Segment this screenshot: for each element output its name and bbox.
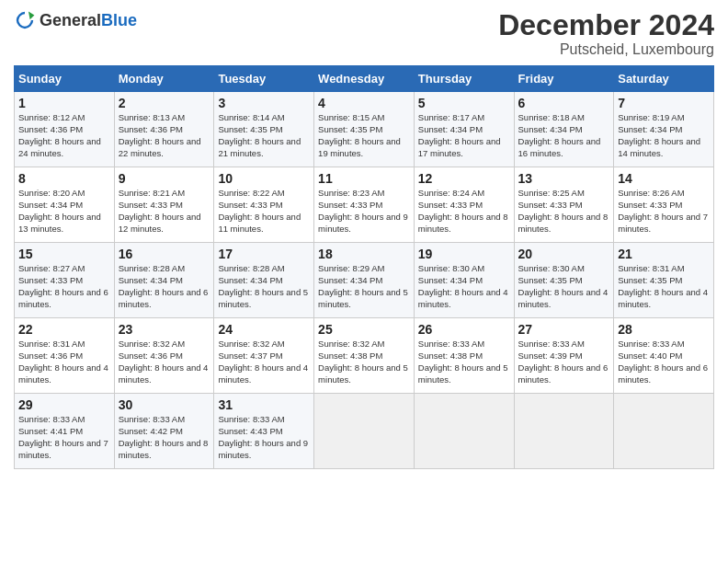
logo: GeneralBlue	[14, 9, 137, 31]
day-info: Sunrise: 8:23 AMSunset: 4:33 PMDaylight:…	[318, 188, 408, 233]
day-number: 4	[318, 96, 410, 110]
day-number: 18	[318, 247, 410, 261]
day-number: 24	[218, 322, 310, 337]
day-number: 3	[218, 96, 310, 110]
calendar-table: Sunday Monday Tuesday Wednesday Thursday…	[14, 65, 714, 469]
day-number: 17	[218, 247, 310, 261]
day-number: 10	[218, 171, 310, 186]
col-thursday: Thursday	[414, 66, 514, 92]
col-wednesday: Wednesday	[314, 66, 415, 92]
day-number: 28	[618, 322, 710, 337]
calendar-day: 27Sunrise: 8:33 AMSunset: 4:39 PMDayligh…	[514, 318, 614, 394]
calendar-day: 6Sunrise: 8:18 AMSunset: 4:34 PMDaylight…	[514, 92, 614, 167]
day-number: 9	[119, 171, 210, 186]
logo-blue: Blue	[101, 11, 137, 29]
location-title: Putscheid, Luxembourg	[498, 41, 714, 58]
calendar-day	[514, 394, 614, 469]
day-info: Sunrise: 8:32 AMSunset: 4:36 PMDaylight:…	[119, 339, 209, 384]
calendar-day: 22Sunrise: 8:31 AMSunset: 4:36 PMDayligh…	[15, 318, 115, 394]
day-number: 21	[618, 247, 710, 261]
calendar-week-3: 22Sunrise: 8:31 AMSunset: 4:36 PMDayligh…	[15, 318, 714, 394]
calendar-day: 19Sunrise: 8:30 AMSunset: 4:34 PMDayligh…	[414, 243, 514, 318]
day-info: Sunrise: 8:30 AMSunset: 4:34 PMDaylight:…	[418, 263, 508, 308]
day-info: Sunrise: 8:32 AMSunset: 4:38 PMDaylight:…	[318, 339, 408, 384]
calendar-week-1: 8Sunrise: 8:20 AMSunset: 4:34 PMDaylight…	[15, 167, 714, 243]
calendar-day	[314, 394, 415, 469]
calendar-day: 2Sunrise: 8:13 AMSunset: 4:36 PMDaylight…	[114, 92, 214, 167]
calendar-day: 10Sunrise: 8:22 AMSunset: 4:33 PMDayligh…	[214, 167, 314, 243]
day-info: Sunrise: 8:24 AMSunset: 4:33 PMDaylight:…	[418, 188, 508, 233]
calendar-day: 26Sunrise: 8:33 AMSunset: 4:38 PMDayligh…	[414, 318, 514, 394]
month-title: December 2024	[498, 9, 714, 41]
calendar-day: 20Sunrise: 8:30 AMSunset: 4:35 PMDayligh…	[514, 243, 614, 318]
calendar-day: 16Sunrise: 8:28 AMSunset: 4:34 PMDayligh…	[114, 243, 214, 318]
day-number: 19	[418, 247, 510, 261]
day-number: 8	[18, 171, 110, 186]
day-number: 31	[218, 397, 310, 412]
day-info: Sunrise: 8:12 AMSunset: 4:36 PMDaylight:…	[18, 112, 101, 157]
calendar-day: 11Sunrise: 8:23 AMSunset: 4:33 PMDayligh…	[314, 167, 415, 243]
day-number: 5	[418, 96, 510, 110]
day-number: 14	[618, 171, 710, 186]
header-row: Sunday Monday Tuesday Wednesday Thursday…	[15, 66, 714, 92]
day-info: Sunrise: 8:21 AMSunset: 4:33 PMDaylight:…	[119, 188, 201, 233]
calendar-day: 25Sunrise: 8:32 AMSunset: 4:38 PMDayligh…	[314, 318, 415, 394]
day-info: Sunrise: 8:31 AMSunset: 4:36 PMDaylight:…	[18, 339, 108, 384]
day-number: 2	[119, 96, 210, 110]
day-number: 26	[418, 322, 510, 337]
day-info: Sunrise: 8:32 AMSunset: 4:37 PMDaylight:…	[218, 339, 308, 384]
logo-text: GeneralBlue	[40, 12, 137, 29]
calendar-week-4: 29Sunrise: 8:33 AMSunset: 4:41 PMDayligh…	[15, 394, 714, 469]
day-info: Sunrise: 8:29 AMSunset: 4:34 PMDaylight:…	[318, 263, 408, 308]
logo-icon	[14, 9, 36, 31]
day-info: Sunrise: 8:25 AMSunset: 4:33 PMDaylight:…	[518, 188, 609, 233]
day-number: 7	[618, 96, 710, 110]
day-info: Sunrise: 8:17 AMSunset: 4:34 PMDaylight:…	[418, 112, 501, 157]
col-sunday: Sunday	[15, 66, 115, 92]
calendar-day: 21Sunrise: 8:31 AMSunset: 4:35 PMDayligh…	[614, 243, 714, 318]
day-info: Sunrise: 8:31 AMSunset: 4:35 PMDaylight:…	[618, 263, 708, 308]
calendar-day: 14Sunrise: 8:26 AMSunset: 4:33 PMDayligh…	[614, 167, 714, 243]
title-block: December 2024 Putscheid, Luxembourg	[498, 9, 714, 58]
col-saturday: Saturday	[614, 66, 714, 92]
day-number: 30	[119, 397, 210, 412]
day-info: Sunrise: 8:33 AMSunset: 4:38 PMDaylight:…	[418, 339, 508, 384]
header: GeneralBlue December 2024 Putscheid, Lux…	[14, 9, 714, 58]
calendar-day: 23Sunrise: 8:32 AMSunset: 4:36 PMDayligh…	[114, 318, 214, 394]
calendar-day: 1Sunrise: 8:12 AMSunset: 4:36 PMDaylight…	[15, 92, 115, 167]
day-number: 20	[518, 247, 610, 261]
day-info: Sunrise: 8:33 AMSunset: 4:43 PMDaylight:…	[218, 414, 308, 459]
day-number: 23	[119, 322, 210, 337]
day-info: Sunrise: 8:33 AMSunset: 4:39 PMDaylight:…	[518, 339, 609, 384]
logo-general: General	[40, 11, 101, 29]
day-info: Sunrise: 8:13 AMSunset: 4:36 PMDaylight:…	[119, 112, 201, 157]
calendar-day: 28Sunrise: 8:33 AMSunset: 4:40 PMDayligh…	[614, 318, 714, 394]
calendar-day: 8Sunrise: 8:20 AMSunset: 4:34 PMDaylight…	[15, 167, 115, 243]
calendar-day: 29Sunrise: 8:33 AMSunset: 4:41 PMDayligh…	[15, 394, 115, 469]
page-container: GeneralBlue December 2024 Putscheid, Lux…	[0, 0, 728, 478]
calendar-day: 15Sunrise: 8:27 AMSunset: 4:33 PMDayligh…	[15, 243, 115, 318]
day-info: Sunrise: 8:20 AMSunset: 4:34 PMDaylight:…	[18, 188, 101, 233]
col-friday: Friday	[514, 66, 614, 92]
day-info: Sunrise: 8:26 AMSunset: 4:33 PMDaylight:…	[618, 188, 708, 233]
calendar-day	[614, 394, 714, 469]
day-number: 16	[119, 247, 210, 261]
calendar-week-2: 15Sunrise: 8:27 AMSunset: 4:33 PMDayligh…	[15, 243, 714, 318]
day-number: 15	[18, 247, 110, 261]
col-tuesday: Tuesday	[214, 66, 314, 92]
day-number: 6	[518, 96, 610, 110]
day-info: Sunrise: 8:33 AMSunset: 4:42 PMDaylight:…	[119, 414, 209, 459]
day-number: 25	[318, 322, 410, 337]
day-info: Sunrise: 8:28 AMSunset: 4:34 PMDaylight:…	[119, 263, 209, 308]
day-info: Sunrise: 8:19 AMSunset: 4:34 PMDaylight:…	[618, 112, 700, 157]
calendar-day: 17Sunrise: 8:28 AMSunset: 4:34 PMDayligh…	[214, 243, 314, 318]
calendar-day	[414, 394, 514, 469]
day-number: 13	[518, 171, 610, 186]
calendar-day: 7Sunrise: 8:19 AMSunset: 4:34 PMDaylight…	[614, 92, 714, 167]
calendar-day: 18Sunrise: 8:29 AMSunset: 4:34 PMDayligh…	[314, 243, 415, 318]
day-info: Sunrise: 8:15 AMSunset: 4:35 PMDaylight:…	[318, 112, 401, 157]
day-number: 12	[418, 171, 510, 186]
calendar-day: 24Sunrise: 8:32 AMSunset: 4:37 PMDayligh…	[214, 318, 314, 394]
day-info: Sunrise: 8:33 AMSunset: 4:41 PMDaylight:…	[18, 414, 108, 459]
calendar-day: 30Sunrise: 8:33 AMSunset: 4:42 PMDayligh…	[114, 394, 214, 469]
